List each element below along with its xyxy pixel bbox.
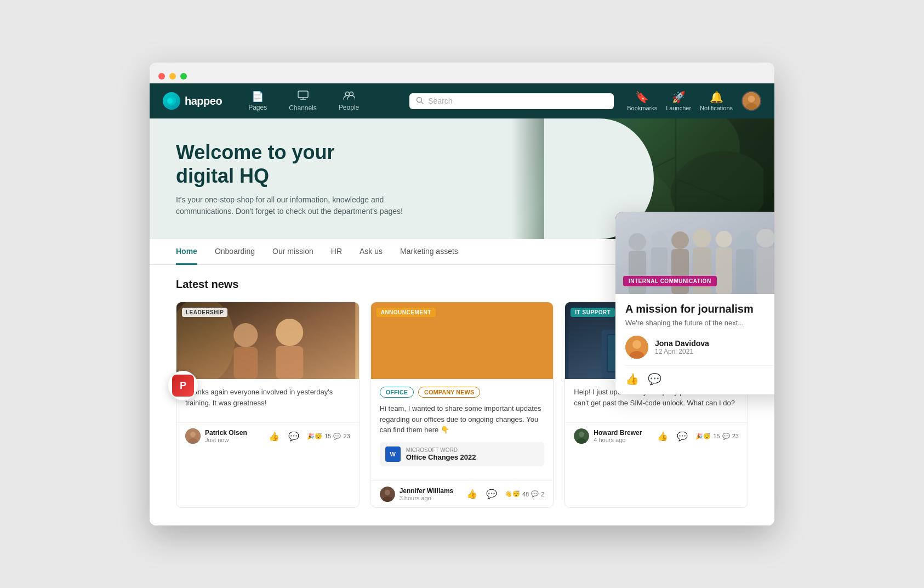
svg-point-19 — [233, 323, 258, 347]
fc-image: INTERNAL COMMUNICATION — [615, 212, 774, 294]
nav-item-people[interactable]: People — [334, 89, 363, 114]
tab-home[interactable]: Home — [176, 239, 197, 265]
chip-company-news: COMPANY NEWS — [418, 387, 480, 398]
fc-actions: 👍 💬 — [625, 365, 774, 386]
nav-launcher[interactable]: 🚀 Launcher — [666, 91, 691, 111]
reaction-count-1: 15 — [324, 433, 331, 439]
right-nav: 🔖 Bookmarks 🚀 Launcher 🔔 Notifications — [627, 91, 761, 111]
user-avatar[interactable] — [742, 91, 761, 111]
author-2-name: Jennifer Williams — [400, 487, 454, 495]
card-2-attachment[interactable]: W MICROSOFT WORD Office Changes 2022 — [380, 442, 545, 466]
svg-point-10 — [748, 95, 755, 102]
card-2-text: Hi team, I wanted to share some importan… — [380, 403, 545, 436]
comment-count-2: 2 — [541, 491, 544, 497]
author-1-time: Just now — [205, 437, 247, 443]
channels-label: Channels — [289, 104, 317, 112]
bookmarks-label: Bookmarks — [627, 105, 657, 111]
notifications-icon: 🔔 — [710, 91, 723, 104]
people-label: People — [339, 104, 359, 111]
maximize-dot[interactable] — [180, 73, 187, 80]
comment-icon-1: 💬 — [333, 433, 341, 440]
comment-button-2[interactable]: 💬 — [485, 488, 498, 500]
card-3-author: Howard Brewer 4 hours ago — [574, 428, 642, 444]
fc-body: A mission for journalism We're shaping t… — [615, 294, 774, 394]
logo-icon — [163, 92, 180, 110]
card-1-reactions: 🎉😴 15 💬 23 — [307, 433, 350, 440]
tab-our-mission[interactable]: Our mission — [272, 239, 313, 265]
launcher-label: Launcher — [666, 105, 691, 111]
tab-marketing-assets[interactable]: Marketing assets — [400, 239, 458, 265]
close-dot[interactable] — [158, 73, 165, 80]
reaction-count-3: 15 — [713, 433, 720, 439]
comment-button-3[interactable]: 💬 — [676, 430, 689, 443]
fc-like-icon[interactable]: 👍 — [625, 372, 639, 386]
like-button-1[interactable]: 👍 — [267, 430, 281, 443]
comment-button-1[interactable]: 💬 — [287, 430, 300, 443]
search-bar[interactable]: Search — [409, 93, 614, 109]
card-1-author: Patrick Olsen Just now — [185, 428, 247, 444]
card-3-tag: IT SUPPORT — [571, 308, 615, 317]
nav-item-channels[interactable]: Channels — [284, 88, 321, 114]
card-3-reactions: 🎉😴 15 💬 23 — [695, 433, 739, 440]
card-3-footer: Howard Brewer 4 hours ago 👍 💬 🎉😴 15 — [565, 422, 748, 449]
card-1-body: Thanks again everyone involved in yester… — [176, 379, 359, 422]
floating-journalism-card: INTERNAL COMMUNICATION A mission for jou… — [615, 212, 774, 394]
svg-point-57 — [632, 340, 641, 349]
hero-subtitle: It's your one-stop-shop for all our info… — [176, 194, 406, 217]
tab-onboarding[interactable]: Onboarding — [215, 239, 255, 265]
card-1-footer: Patrick Olsen Just now 👍 💬 🎉😴 15 — [176, 422, 359, 449]
logo[interactable]: happeo — [163, 92, 222, 110]
author-3-time: 4 hours ago — [594, 437, 642, 443]
svg-point-21 — [276, 319, 303, 346]
card-3-actions: 👍 💬 🎉😴 15 💬 23 — [656, 430, 739, 443]
chip-office: OFFICE — [380, 387, 414, 398]
nav-bookmarks[interactable]: 🔖 Bookmarks — [627, 91, 657, 111]
tab-ask-us[interactable]: Ask us — [360, 239, 383, 265]
search-icon — [416, 97, 424, 106]
word-icon: W — [385, 446, 401, 462]
tab-hr[interactable]: HR — [331, 239, 342, 265]
svg-point-25 — [190, 432, 196, 437]
pages-icon: 📄 — [252, 91, 264, 103]
search-placeholder-text: Search — [428, 97, 452, 105]
fc-comment-icon[interactable]: 💬 — [648, 372, 661, 386]
reaction-count-2: 48 — [522, 491, 529, 497]
reaction-emoji-1: 🎉😴 — [307, 433, 322, 440]
like-button-3[interactable]: 👍 — [656, 430, 669, 443]
minimize-dot[interactable] — [169, 73, 176, 80]
author-3-name: Howard Brewer — [594, 429, 642, 437]
notifications-label: Notifications — [700, 105, 733, 111]
attachment-label: MICROSOFT WORD — [406, 447, 476, 453]
fc-subtitle: We're shaping the future of the next... — [625, 319, 774, 327]
reaction-emoji-3: 🎉😴 — [695, 433, 711, 440]
fc-tag: INTERNAL COMMUNICATION — [623, 276, 717, 286]
logo-text: happeo — [185, 95, 222, 108]
svg-point-38 — [579, 432, 584, 437]
card-2-tag: ANNOUNCEMENT — [377, 308, 436, 317]
p-icon-float: P — [168, 371, 198, 400]
comment-icon-3: 💬 — [722, 433, 730, 440]
p-powerpoint-icon: P — [172, 375, 194, 397]
fc-author: Jona Davidova 12 April 2021 — [625, 336, 774, 359]
fc-avatar — [625, 336, 648, 359]
pages-label: Pages — [248, 104, 267, 111]
nav-item-pages[interactable]: 📄 Pages — [244, 88, 271, 114]
author-2-avatar — [380, 487, 395, 502]
browser-chrome — [150, 63, 774, 83]
fc-author-name: Jona Davidova — [655, 339, 709, 348]
nav-notifications[interactable]: 🔔 Notifications — [700, 91, 733, 111]
card-1-tag: LEADERSHIP — [182, 308, 227, 317]
card-2-author: Jennifer Williams 3 hours ago — [380, 487, 454, 502]
attachment-info: MICROSOFT WORD Office Changes 2022 — [406, 447, 476, 461]
like-button-2[interactable]: 👍 — [465, 488, 478, 500]
card-2-footer: Jennifer Williams 3 hours ago 👍 💬 👋😴 48 — [371, 480, 554, 507]
reaction-emoji-2: 👋😴 — [505, 490, 520, 497]
hero-gradient — [511, 118, 577, 239]
navbar: happeo 📄 Pages Channels — [150, 83, 774, 118]
people-icon — [343, 91, 355, 103]
svg-point-1 — [167, 98, 173, 104]
comment-count-3: 23 — [732, 433, 739, 439]
card-1-text: Thanks again everyone involved in yester… — [185, 387, 350, 408]
news-card-2: ANNOUNCEMENT OFFICE COMPANY NEWS Hi team… — [370, 302, 554, 508]
author-2-time: 3 hours ago — [400, 495, 454, 501]
